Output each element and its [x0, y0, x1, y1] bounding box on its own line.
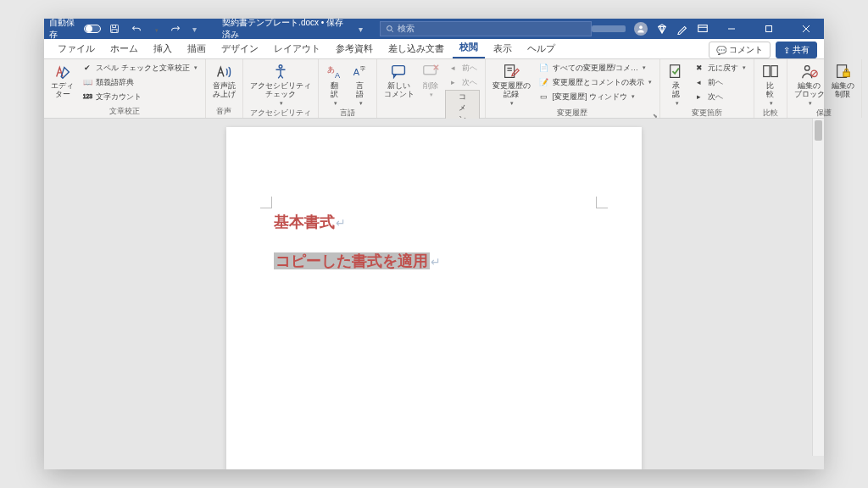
svg-rect-27	[771, 66, 776, 77]
margin-mark	[260, 197, 272, 208]
svg-point-28	[804, 66, 810, 71]
reviewing-pane-dropdown[interactable]: ▭[変更履歴] ウィンドウ	[536, 90, 654, 103]
show-markup-dropdown[interactable]: 📝変更履歴とコメントの表示	[536, 75, 654, 89]
scrollbar-thumb[interactable]	[815, 120, 822, 141]
search-box[interactable]: 検索	[380, 21, 592, 36]
tab-references[interactable]: 参考資料	[329, 39, 380, 58]
thesaurus-button[interactable]: 📖類義語辞典	[79, 75, 200, 89]
display-for-review-dropdown[interactable]: 📄すべての変更履歴/コメ…	[536, 61, 654, 75]
svg-line-4	[392, 30, 393, 32]
spellcheck-icon: ✔	[81, 62, 93, 74]
new-comment-icon	[390, 63, 409, 81]
svg-point-3	[387, 26, 392, 31]
group-language: あA 翻 訳 A字 言 語 言語	[319, 59, 377, 118]
title-bar: 自動保存 ▾ 契約書テンプレート.docx • 保存済み ▾ 検索	[44, 19, 824, 39]
paragraph-1[interactable]: 基本書式↵	[274, 212, 346, 232]
save-icon[interactable]	[106, 24, 123, 34]
accept-icon	[667, 63, 686, 81]
tab-view[interactable]: 表示	[487, 39, 519, 58]
diamond-icon[interactable]	[656, 23, 668, 35]
tab-insert[interactable]: 挿入	[147, 39, 179, 58]
tab-file[interactable]: ファイル	[51, 39, 102, 58]
group-label: 文章校正	[49, 106, 200, 118]
svg-line-30	[811, 71, 816, 76]
spellcheck-button[interactable]: ✔スペル チェックと文章校正	[79, 61, 200, 75]
editor-icon	[53, 63, 72, 81]
svg-text:あ: あ	[326, 65, 334, 74]
display-icon: 📄	[538, 62, 550, 74]
tab-draw[interactable]: 描画	[181, 39, 213, 58]
margin-mark	[596, 197, 608, 208]
group-accessibility: アクセシビリティ チェック アクセシビリティ	[243, 59, 319, 118]
autosave-toggle[interactable]: 自動保存	[49, 17, 101, 41]
compare-icon	[761, 63, 780, 81]
close-button[interactable]	[792, 19, 821, 39]
restrict-editing-button[interactable]: 編集の 制限	[830, 61, 856, 101]
user-name-area[interactable]	[592, 25, 626, 32]
minimize-button[interactable]	[717, 19, 746, 39]
accept-button[interactable]: 承 認	[665, 61, 687, 108]
tab-mailings[interactable]: 差し込み文書	[381, 39, 451, 58]
next-comment-button[interactable]: ▸次へ	[445, 75, 480, 89]
svg-point-13	[279, 65, 282, 69]
tab-review[interactable]: 校閲	[453, 37, 485, 58]
delete-comment-icon	[421, 63, 440, 81]
editor-button[interactable]: エディ ター	[49, 61, 75, 101]
document-page[interactable]: 基本書式↵ コピーした書式を適用↵	[226, 127, 642, 469]
next-change-button[interactable]: ▸次へ	[691, 90, 748, 103]
read-aloud-button[interactable]: 音声読 み上げ	[211, 61, 237, 101]
ribbon-tabs: ファイル ホーム 挿入 描画 デザイン レイアウト 参考資料 差し込み文書 校閲…	[44, 39, 824, 59]
wordcount-button[interactable]: 123文字カウント	[79, 90, 200, 103]
prev-change-button[interactable]: ◂前へ	[691, 75, 748, 89]
maximize-button[interactable]	[754, 19, 783, 39]
pen-icon[interactable]	[676, 23, 688, 35]
user-avatar[interactable]	[634, 22, 648, 36]
share-button[interactable]: ⇪共有	[776, 42, 817, 58]
document-title[interactable]: 契約書テンプレート.docx • 保存済み	[222, 17, 350, 41]
comments-pane-button[interactable]: 💬コメント	[709, 42, 771, 58]
svg-rect-18	[392, 66, 404, 75]
svg-rect-9	[766, 26, 772, 32]
document-workspace[interactable]: 基本書式↵ コピーした書式を適用↵	[44, 119, 824, 469]
pane-icon: ▭	[538, 91, 550, 103]
accessibility-check-button[interactable]: アクセシビリティ チェック	[248, 61, 313, 108]
search-placeholder: 検索	[398, 23, 415, 35]
share-icon: ⇪	[783, 46, 790, 55]
tab-design[interactable]: デザイン	[214, 39, 265, 58]
group-comments: 新しい コメント 削除 ◂前へ ▸次へ 💬コメントの表示 コメント	[377, 59, 486, 118]
track-changes-button[interactable]: 変更履歴の 記録	[491, 61, 532, 108]
block-authors-button[interactable]: 編集の ブロック	[793, 61, 826, 108]
group-ink: インクを非表 示にする インク	[862, 59, 868, 118]
reject-icon: ✖	[693, 62, 705, 74]
prev-comment-button[interactable]: ◂前へ	[445, 61, 480, 75]
tab-help[interactable]: ヘルプ	[520, 39, 562, 58]
svg-rect-1	[113, 25, 116, 28]
paragraph-2[interactable]: コピーした書式を適用↵	[274, 251, 441, 271]
compare-button[interactable]: 比 較	[760, 61, 782, 108]
title-dropdown-icon[interactable]: ▾	[359, 25, 363, 34]
toggle-icon	[84, 25, 101, 33]
undo-icon[interactable]	[128, 24, 145, 34]
group-proofing: エディ ター ✔スペル チェックと文章校正 📖類義語辞典 123文字カウント 文…	[44, 59, 206, 118]
reject-button[interactable]: ✖元に戻す	[691, 61, 748, 75]
next-icon: ▸	[448, 76, 459, 88]
vertical-scrollbar[interactable]	[812, 119, 824, 456]
block-icon	[800, 63, 819, 81]
new-comment-button[interactable]: 新しい コメント	[382, 61, 416, 101]
translate-button[interactable]: あA 翻 訳	[324, 61, 346, 108]
paragraph-mark-icon: ↵	[336, 216, 346, 230]
delete-comment-button[interactable]: 削除	[420, 61, 442, 100]
track-changes-icon	[502, 63, 520, 81]
markup-icon: 📝	[538, 76, 550, 88]
language-button[interactable]: A字 言 語	[349, 61, 371, 108]
prev-change-icon: ◂	[693, 76, 705, 88]
translate-icon: あA	[326, 63, 344, 81]
qat-customize[interactable]: ▾	[189, 25, 200, 34]
redo-icon[interactable]	[167, 24, 184, 34]
tab-layout[interactable]: レイアウト	[267, 39, 327, 58]
app-mode-icon[interactable]	[697, 23, 709, 35]
svg-text:123: 123	[83, 93, 92, 99]
undo-dropdown[interactable]	[150, 25, 162, 34]
tab-home[interactable]: ホーム	[103, 39, 145, 58]
thesaurus-icon: 📖	[81, 76, 93, 88]
